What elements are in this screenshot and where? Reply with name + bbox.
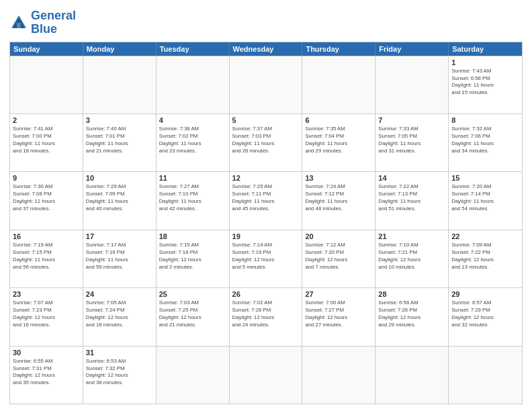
- empty-cell: [230, 347, 303, 404]
- sun-info: Sunrise: 7:07 AM Sunset: 7:23 PM Dayligh…: [13, 300, 80, 329]
- day-cell-25: 25Sunrise: 7:03 AM Sunset: 7:25 PM Dayli…: [157, 288, 230, 345]
- calendar-week-4: 16Sunrise: 7:19 AM Sunset: 7:15 PM Dayli…: [10, 230, 522, 287]
- sun-info: Sunrise: 7:00 AM Sunset: 7:27 PM Dayligh…: [305, 300, 372, 329]
- day-number: 24: [86, 290, 153, 298]
- col-header-tuesday: Tuesday: [157, 42, 230, 56]
- col-header-thursday: Thursday: [302, 42, 375, 56]
- day-cell-31: 31Sunrise: 6:53 AM Sunset: 7:32 PM Dayli…: [83, 347, 157, 404]
- calendar-week-6: 30Sunrise: 6:55 AM Sunset: 7:31 PM Dayli…: [10, 346, 522, 404]
- logo-icon: [9, 13, 28, 32]
- day-cell-24: 24Sunrise: 7:05 AM Sunset: 7:24 PM Dayli…: [83, 288, 157, 345]
- calendar-week-1: 1Sunrise: 7:43 AM Sunset: 6:58 PM Daylig…: [10, 56, 522, 113]
- day-cell-7: 7Sunrise: 7:33 AM Sunset: 7:05 PM Daylig…: [375, 114, 449, 171]
- day-number: 9: [13, 174, 80, 182]
- sun-info: Sunrise: 7:27 AM Sunset: 7:10 PM Dayligh…: [159, 183, 226, 213]
- day-number: 15: [451, 174, 519, 182]
- day-cell-3: 3Sunrise: 7:40 AM Sunset: 7:01 PM Daylig…: [83, 114, 157, 171]
- logo: GeneralBlue: [9, 9, 76, 36]
- empty-cell: [375, 56, 449, 113]
- sun-info: Sunrise: 7:10 AM Sunset: 7:21 PM Dayligh…: [378, 242, 445, 271]
- empty-cell: [83, 56, 157, 113]
- day-cell-22: 22Sunrise: 7:09 AM Sunset: 7:22 PM Dayli…: [449, 230, 522, 287]
- calendar-week-2: 2Sunrise: 7:41 AM Sunset: 7:00 PM Daylig…: [10, 113, 522, 171]
- day-number: 16: [13, 232, 80, 240]
- calendar: SundayMondayTuesdayWednesdayThursdayFrid…: [9, 42, 523, 404]
- page-header: GeneralBlue: [9, 9, 523, 36]
- col-header-monday: Monday: [83, 42, 157, 56]
- day-number: 29: [451, 290, 519, 298]
- col-header-wednesday: Wednesday: [230, 42, 303, 56]
- day-number: 3: [86, 116, 153, 124]
- sun-info: Sunrise: 7:25 AM Sunset: 7:11 PM Dayligh…: [232, 183, 300, 213]
- empty-cell: [449, 347, 522, 404]
- sun-info: Sunrise: 7:03 AM Sunset: 7:25 PM Dayligh…: [159, 300, 226, 329]
- day-cell-18: 18Sunrise: 7:15 AM Sunset: 7:18 PM Dayli…: [157, 230, 230, 287]
- empty-cell: [10, 56, 83, 113]
- svg-rect-2: [17, 23, 21, 28]
- logo-text: GeneralBlue: [31, 9, 76, 36]
- day-cell-16: 16Sunrise: 7:19 AM Sunset: 7:15 PM Dayli…: [10, 230, 83, 287]
- sun-info: Sunrise: 7:09 AM Sunset: 7:22 PM Dayligh…: [451, 242, 519, 271]
- sun-info: Sunrise: 6:57 AM Sunset: 7:29 PM Dayligh…: [451, 300, 519, 329]
- day-number: 19: [232, 232, 300, 240]
- sun-info: Sunrise: 7:29 AM Sunset: 7:09 PM Dayligh…: [86, 183, 153, 213]
- sun-info: Sunrise: 7:37 AM Sunset: 7:03 PM Dayligh…: [232, 126, 300, 155]
- day-number: 28: [378, 290, 445, 298]
- day-number: 22: [451, 232, 519, 240]
- sun-info: Sunrise: 6:53 AM Sunset: 7:32 PM Dayligh…: [86, 358, 153, 387]
- col-header-saturday: Saturday: [449, 42, 522, 56]
- day-number: 8: [451, 116, 519, 124]
- calendar-week-5: 23Sunrise: 7:07 AM Sunset: 7:23 PM Dayli…: [10, 287, 522, 345]
- day-number: 26: [232, 290, 300, 298]
- sun-info: Sunrise: 7:20 AM Sunset: 7:14 PM Dayligh…: [451, 183, 519, 213]
- sun-info: Sunrise: 7:02 AM Sunset: 7:26 PM Dayligh…: [232, 300, 300, 329]
- calendar-header: SundayMondayTuesdayWednesdayThursdayFrid…: [10, 42, 522, 56]
- day-cell-5: 5Sunrise: 7:37 AM Sunset: 7:03 PM Daylig…: [230, 114, 303, 171]
- day-cell-21: 21Sunrise: 7:10 AM Sunset: 7:21 PM Dayli…: [375, 230, 449, 287]
- day-cell-6: 6Sunrise: 7:35 AM Sunset: 7:04 PM Daylig…: [302, 114, 375, 171]
- day-cell-30: 30Sunrise: 6:55 AM Sunset: 7:31 PM Dayli…: [10, 347, 83, 404]
- day-cell-28: 28Sunrise: 6:58 AM Sunset: 7:28 PM Dayli…: [375, 288, 449, 345]
- day-number: 30: [13, 349, 80, 357]
- day-cell-17: 17Sunrise: 7:17 AM Sunset: 7:16 PM Dayli…: [83, 230, 157, 287]
- empty-cell: [302, 56, 375, 113]
- calendar-body: 1Sunrise: 7:43 AM Sunset: 6:58 PM Daylig…: [10, 56, 522, 404]
- sun-info: Sunrise: 6:55 AM Sunset: 7:31 PM Dayligh…: [13, 358, 80, 387]
- col-header-sunday: Sunday: [10, 42, 83, 56]
- sun-info: Sunrise: 7:35 AM Sunset: 7:04 PM Dayligh…: [305, 126, 372, 155]
- sun-info: Sunrise: 7:15 AM Sunset: 7:18 PM Dayligh…: [159, 242, 226, 271]
- empty-cell: [375, 347, 449, 404]
- day-cell-8: 8Sunrise: 7:32 AM Sunset: 7:06 PM Daylig…: [449, 114, 522, 171]
- day-cell-1: 1Sunrise: 7:43 AM Sunset: 6:58 PM Daylig…: [449, 56, 522, 113]
- day-cell-19: 19Sunrise: 7:14 AM Sunset: 7:19 PM Dayli…: [230, 230, 303, 287]
- sun-info: Sunrise: 7:30 AM Sunset: 7:08 PM Dayligh…: [13, 183, 80, 213]
- sun-info: Sunrise: 7:22 AM Sunset: 7:13 PM Dayligh…: [378, 183, 445, 213]
- day-number: 17: [86, 232, 153, 240]
- day-cell-15: 15Sunrise: 7:20 AM Sunset: 7:14 PM Dayli…: [449, 172, 522, 229]
- day-number: 27: [305, 290, 372, 298]
- sun-info: Sunrise: 7:14 AM Sunset: 7:19 PM Dayligh…: [232, 242, 300, 271]
- day-cell-27: 27Sunrise: 7:00 AM Sunset: 7:27 PM Dayli…: [302, 288, 375, 345]
- day-cell-23: 23Sunrise: 7:07 AM Sunset: 7:23 PM Dayli…: [10, 288, 83, 345]
- day-number: 10: [86, 174, 153, 182]
- sun-info: Sunrise: 7:38 AM Sunset: 7:02 PM Dayligh…: [159, 126, 226, 155]
- day-cell-26: 26Sunrise: 7:02 AM Sunset: 7:26 PM Dayli…: [230, 288, 303, 345]
- day-number: 2: [13, 116, 80, 124]
- empty-cell: [157, 347, 230, 404]
- col-header-friday: Friday: [375, 42, 449, 56]
- day-number: 5: [232, 116, 300, 124]
- day-cell-14: 14Sunrise: 7:22 AM Sunset: 7:13 PM Dayli…: [375, 172, 449, 229]
- day-number: 13: [305, 174, 372, 182]
- sun-info: Sunrise: 7:33 AM Sunset: 7:05 PM Dayligh…: [378, 126, 445, 155]
- day-cell-10: 10Sunrise: 7:29 AM Sunset: 7:09 PM Dayli…: [83, 172, 157, 229]
- day-cell-9: 9Sunrise: 7:30 AM Sunset: 7:08 PM Daylig…: [10, 172, 83, 229]
- day-number: 31: [86, 349, 153, 357]
- day-cell-20: 20Sunrise: 7:12 AM Sunset: 7:20 PM Dayli…: [302, 230, 375, 287]
- day-number: 14: [378, 174, 445, 182]
- empty-cell: [230, 56, 303, 113]
- day-cell-11: 11Sunrise: 7:27 AM Sunset: 7:10 PM Dayli…: [157, 172, 230, 229]
- sun-info: Sunrise: 7:05 AM Sunset: 7:24 PM Dayligh…: [86, 300, 153, 329]
- empty-cell: [302, 347, 375, 404]
- day-number: 7: [378, 116, 445, 124]
- empty-cell: [157, 56, 230, 113]
